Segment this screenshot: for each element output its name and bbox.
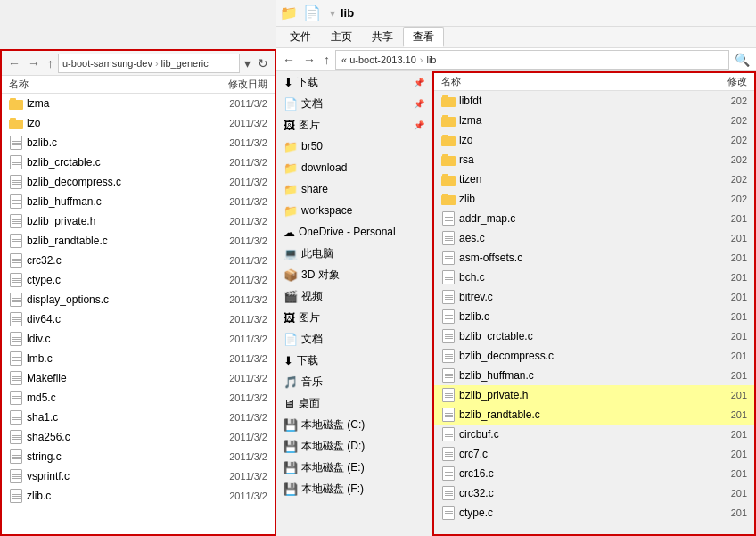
nav-item-本地磁盘-(E:)[interactable]: 💾本地磁盘 (E:) [276,457,431,478]
file-item[interactable]: lzo2011/3/2 [2,113,275,133]
file-item[interactable]: md5.c2011/3/2 [2,388,275,408]
file-item[interactable]: crc16.c201 [434,464,754,483]
file-item[interactable]: sha1.c2011/3/2 [2,408,275,427]
file-item[interactable]: bzlib_private.h2011/3/2 [2,211,275,231]
file-name: bzlib_private.h [27,215,214,227]
right-back-btn[interactable]: ← [280,52,298,68]
left-refresh-btn[interactable]: ↻ [255,55,271,71]
nav-item-视频[interactable]: 🎬视频 [276,285,431,307]
nav-item-下载[interactable]: ⬇下载📌 [276,71,431,93]
right-path-seg2[interactable]: lib [426,51,436,69]
file-item[interactable]: bzlib_decompress.c201 [434,346,754,366]
nav-item-此电脑[interactable]: 💻此电脑 [276,243,431,264]
file-item[interactable]: circbuf.c201 [434,425,754,444]
folder-icon [441,113,456,128]
file-item[interactable]: bzlib.c201 [434,307,754,326]
file-item[interactable]: crc32.c2011/3/2 [2,251,275,270]
file-item[interactable]: bzlib_crctable.c201 [434,326,754,346]
right-col-name[interactable]: 名称 [441,75,711,88]
nav-item-workspace[interactable]: 📁workspace [276,200,431,221]
left-forward-btn[interactable]: → [25,55,43,71]
file-item[interactable]: Makefile2011/3/2 [2,368,275,388]
left-up-btn[interactable]: ↑ [45,55,56,71]
nav-item-音乐[interactable]: 🎵音乐 [276,371,431,392]
file-item[interactable]: ctype.c2011/3/2 [2,270,275,290]
nav-item-文档[interactable]: 📄文档📌 [276,93,431,114]
file-item[interactable]: vsprintf.c2011/3/2 [2,466,275,486]
right-col-date[interactable]: 修改 [711,75,747,88]
file-item[interactable]: div64.c2011/3/2 [2,309,275,329]
file-item[interactable]: display_options.c2011/3/2 [2,290,275,309]
file-item[interactable]: bzlib_randtable.c201 [434,405,754,425]
left-col-name[interactable]: 名称 [9,78,196,91]
nav-item-本地磁盘-(D:)[interactable]: 💾本地磁盘 (D:) [276,435,431,457]
left-path-segment2[interactable]: lib_generic [161,54,209,72]
file-item[interactable]: asm-offsets.c201 [434,248,754,268]
right-path-seg1[interactable]: « u-boot-2013.10 [341,51,416,69]
nav-item-图片[interactable]: 🖼图片📌 [276,114,431,136]
left-path-segment1[interactable]: u-boot-samsung-dev [62,54,152,72]
left-col-date[interactable]: 修改日期 [196,78,267,91]
left-back-btn[interactable]: ← [5,55,23,71]
left-dropdown-btn[interactable]: ▾ [242,55,253,71]
file-item[interactable]: crc7.c201 [434,444,754,464]
nav-item-下载[interactable]: ⬇下载 [276,350,431,371]
nav-label: 3D 对象 [301,268,340,283]
file-item[interactable]: bzlib_huffman.c2011/3/2 [2,192,275,211]
folder-icon [9,96,23,111]
nav-icon: 🖼 [284,119,295,132]
tab-share[interactable]: 共享 [362,27,403,47]
right-search-btn[interactable]: 🔍 [732,52,752,68]
file-icon [441,251,456,265]
nav-item-OneDrive---Personal[interactable]: ☁OneDrive - Personal [276,221,431,243]
file-item[interactable]: sha256.c2011/3/2 [2,427,275,447]
file-item[interactable]: zlib.c2011/3/2 [2,486,275,506]
nav-icon: 🖥 [284,397,295,410]
right-forward-btn[interactable]: → [300,52,318,68]
file-item[interactable]: bzlib_huffman.c201 [434,366,754,385]
tab-view[interactable]: 查看 [403,27,444,47]
file-name: bzlib_decompress.c [459,350,694,362]
right-up-btn[interactable]: ↑ [321,52,333,68]
file-item[interactable]: bitrev.c201 [434,287,754,307]
file-item[interactable]: lzo202 [434,130,754,150]
file-date: 201 [694,429,747,440]
file-item[interactable]: bzlib_private.h201 [434,385,754,405]
folder-icon [441,133,456,147]
file-item[interactable]: ctype.c201 [434,503,754,523]
file-date: 202 [694,95,747,106]
file-name: string.c [27,450,214,463]
file-item[interactable]: bzlib_randtable.c2011/3/2 [2,231,275,251]
nav-item-3D-对象[interactable]: 📦3D 对象 [276,264,431,285]
nav-label: share [301,183,328,195]
file-item[interactable]: string.c2011/3/2 [2,447,275,466]
file-item[interactable]: bzlib.c2011/3/2 [2,133,275,153]
file-item[interactable]: lzma2011/3/2 [2,94,275,113]
nav-item-本地磁盘-(C:)[interactable]: 💾本地磁盘 (C:) [276,414,431,435]
nav-item-share[interactable]: 📁share [276,178,431,200]
file-item[interactable]: libfdt202 [434,91,754,111]
file-item[interactable]: bch.c201 [434,268,754,287]
file-item[interactable]: tizen202 [434,169,754,189]
file-item[interactable]: addr_map.c201 [434,209,754,228]
file-item[interactable]: bzlib_decompress.c2011/3/2 [2,172,275,192]
right-breadcrumb: « u-boot-2013.10 › lib [335,50,729,70]
file-item[interactable]: lmb.c2011/3/2 [2,349,275,368]
file-date: 2011/3/2 [214,294,267,305]
nav-item-桌面[interactable]: 🖥桌面 [276,392,431,414]
file-item[interactable]: crc32.c201 [434,483,754,503]
tab-home[interactable]: 主页 [321,27,362,47]
nav-item-本地磁盘-(F:)[interactable]: 💾本地磁盘 (F:) [276,478,431,499]
file-item[interactable]: aes.c201 [434,228,754,248]
file-item[interactable]: bzlib_crctable.c2011/3/2 [2,153,275,172]
file-date: 2011/3/2 [214,275,267,285]
file-item[interactable]: zlib202 [434,189,754,209]
nav-item-文档[interactable]: 📄文档 [276,328,431,350]
file-item[interactable]: rsa202 [434,150,754,169]
tab-file[interactable]: 文件 [280,27,321,47]
nav-item-download[interactable]: 📁download [276,157,431,178]
file-item[interactable]: ldiv.c2011/3/2 [2,329,275,349]
file-item[interactable]: lzma202 [434,111,754,130]
nav-item-br50[interactable]: 📁br50 [276,136,431,157]
nav-item-图片[interactable]: 🖼图片 [276,307,431,328]
